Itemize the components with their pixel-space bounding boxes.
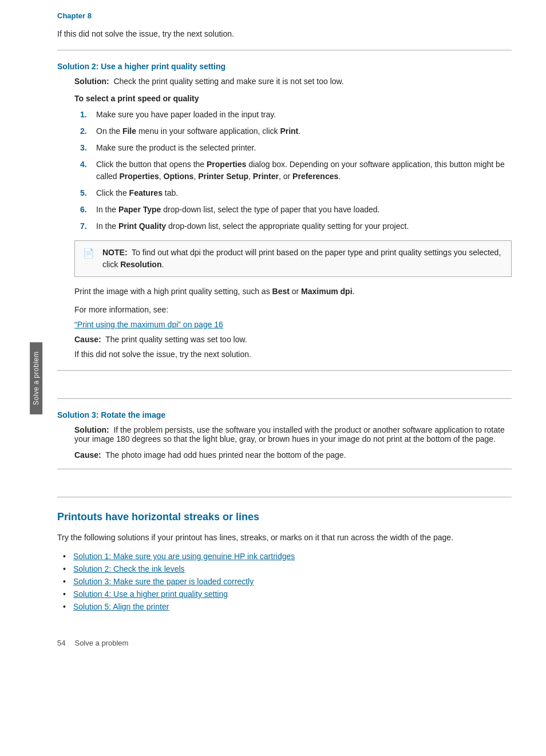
step-6: 6. In the Paper Type drop-down list, sel… <box>80 204 512 216</box>
solution-2-cause: Cause: The print quality setting was set… <box>74 335 512 344</box>
cause-3-label: Cause: <box>74 450 101 460</box>
printouts-intro: Try the following solutions if your prin… <box>57 531 512 544</box>
note-content: NOTE: To find out what dpi the product w… <box>102 247 503 271</box>
printouts-link-1-text[interactable]: Solution 1: Make sure you are using genu… <box>73 552 295 561</box>
for-more-info: For more information, see: <box>74 303 512 316</box>
step-5-text: Click the Features tab. <box>96 187 512 199</box>
solution-2-heading: Solution 2: Use a higher print quality s… <box>57 62 512 71</box>
cause-2-text: The print quality setting was set too lo… <box>105 335 247 344</box>
intro-text: If this did not solve the issue, try the… <box>57 29 512 38</box>
if-not-solved-2: If this did not solve the issue, try the… <box>74 350 512 359</box>
printouts-link-4-text[interactable]: Solution 4: Use a higher print quality s… <box>73 589 228 599</box>
solution-3-desc: If the problem persists, use the softwar… <box>74 425 505 444</box>
cause-2-label: Cause: <box>74 335 101 344</box>
printouts-link-1[interactable]: • Solution 1: Make sure you are using ge… <box>63 552 512 561</box>
divider-4 <box>57 469 512 469</box>
printouts-link-2-text[interactable]: Solution 2: Check the ink levels <box>73 564 185 573</box>
sub-heading-quality: To select a print speed or quality <box>74 94 512 103</box>
step-4-num: 4. <box>80 159 96 183</box>
divider-5 <box>57 497 512 497</box>
step-2-num: 2. <box>80 125 96 137</box>
step-6-num: 6. <box>80 204 96 216</box>
step-7-text: In the Print Quality drop-down list, sel… <box>96 220 512 232</box>
bullet-4: • <box>63 589 68 599</box>
cause-3-text: The photo image had odd hues printed nea… <box>105 450 346 460</box>
chapter-label: Chapter 8 <box>57 11 512 20</box>
footer-page-label: Solve a problem <box>74 639 128 647</box>
note-label: NOTE: <box>102 248 128 257</box>
solution-3-heading: Solution 3: Rotate the image <box>57 410 512 419</box>
printouts-link-3[interactable]: • Solution 3: Make sure the paper is loa… <box>63 577 512 586</box>
side-tab: Solve a problem <box>30 342 42 414</box>
step-7: 7. In the Print Quality drop-down list, … <box>80 220 512 232</box>
solution-2-desc: Check the print quality setting and make… <box>113 77 343 86</box>
bullet-3: • <box>63 577 68 586</box>
printouts-link-3-text[interactable]: Solution 3: Make sure the paper is loade… <box>73 577 254 586</box>
step-7-num: 7. <box>80 220 96 232</box>
solution-3-text: Solution: If the problem persists, use t… <box>74 425 512 444</box>
steps-list: 1. Make sure you have paper loaded in th… <box>80 109 512 232</box>
max-dpi-link[interactable]: “Print using the maximum dpi” on page 16 <box>74 320 512 329</box>
page-footer: 54 Solve a problem <box>57 634 512 647</box>
bullet-1: • <box>63 552 68 561</box>
solution-3-section: Solution 3: Rotate the image Solution: I… <box>57 410 512 460</box>
step-1: 1. Make sure you have paper loaded in th… <box>80 109 512 121</box>
solution-3-label: Solution: <box>74 425 109 434</box>
bullet-2: • <box>63 564 68 573</box>
print-info: Print the image with a high print qualit… <box>74 285 512 298</box>
divider-1 <box>57 50 512 50</box>
solution-2-text: Solution: Check the print quality settin… <box>74 77 512 86</box>
printouts-links-list: • Solution 1: Make sure you are using ge… <box>63 552 512 611</box>
footer-page-num: 54 <box>57 639 65 647</box>
step-4-text: Click the button that opens the Properti… <box>96 159 512 183</box>
printouts-link-5-text[interactable]: Solution 5: Align the printer <box>73 602 169 611</box>
step-4: 4. Click the button that opens the Prope… <box>80 159 512 183</box>
note-box: 📄 NOTE: To find out what dpi the product… <box>74 240 512 277</box>
bullet-5: • <box>63 602 68 611</box>
printouts-link-4[interactable]: • Solution 4: Use a higher print quality… <box>63 589 512 599</box>
step-3: 3. Make sure the product is the selected… <box>80 142 512 154</box>
divider-3 <box>57 398 512 399</box>
step-3-num: 3. <box>80 142 96 154</box>
divider-2 <box>57 370 512 371</box>
printouts-link-2[interactable]: • Solution 2: Check the ink levels <box>63 564 512 573</box>
step-2: 2. On the File menu in your software app… <box>80 125 512 137</box>
step-6-text: In the Paper Type drop-down list, select… <box>96 204 512 216</box>
printouts-link-5[interactable]: • Solution 5: Align the printer <box>63 602 512 611</box>
printouts-section: Printouts have horizontal streaks or lin… <box>57 511 512 611</box>
solution-3-cause: Cause: The photo image had odd hues prin… <box>74 450 512 460</box>
printouts-heading: Printouts have horizontal streaks or lin… <box>57 511 512 523</box>
solution-2-label: Solution: <box>74 77 109 86</box>
step-5-num: 5. <box>80 187 96 199</box>
step-1-num: 1. <box>80 109 96 121</box>
step-2-text: On the File menu in your software applic… <box>96 125 512 137</box>
solution-2-section: Solution 2: Use a higher print quality s… <box>57 62 512 359</box>
step-5: 5. Click the Features tab. <box>80 187 512 199</box>
note-icon: 📄 <box>83 247 97 271</box>
step-3-text: Make sure the product is the selected pr… <box>96 142 512 154</box>
step-1-text: Make sure you have paper loaded in the i… <box>96 109 512 121</box>
